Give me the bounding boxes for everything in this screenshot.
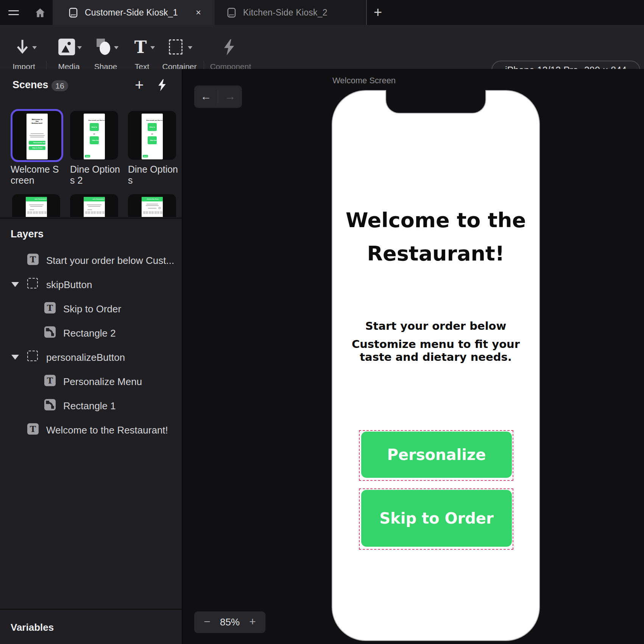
nav-divider — [218, 90, 218, 103]
scene-card-welcome-screen[interactable]: Welcome to the Restaurant! Personalize M… — [11, 109, 63, 162]
add-scene-button[interactable]: + — [131, 77, 147, 93]
scenes-panel-title: Scenes — [12, 79, 48, 91]
variables-panel[interactable]: Variables — [0, 609, 182, 644]
device-icon — [227, 8, 236, 18]
scene-thumbnail: Welcome to the Restaurant! Personalize M… — [27, 114, 48, 159]
component-tool-button[interactable]: Component — [208, 25, 253, 69]
media-icon — [58, 39, 76, 57]
top-tab-bar: Customer-Side Kiosk_1 × Kitchen-Side Kio… — [0, 0, 644, 25]
menu-icon[interactable] — [8, 10, 19, 16]
text-layer-icon — [27, 423, 39, 435]
left-sidebar: Scenes 16 + Welcome to the Restaurant! P… — [0, 69, 182, 644]
text-layer-icon — [44, 375, 56, 386]
toolbar: Import Media Shape T Text Container — [0, 25, 644, 69]
chevron-down-icon — [114, 46, 119, 49]
phone-notch — [385, 90, 486, 114]
chevron-down-icon — [32, 46, 37, 49]
scenes-panel: Scenes 16 + Welcome to the Restaurant! P… — [0, 69, 182, 217]
welcome-heading[interactable]: Welcome to the Restaurant! — [344, 204, 528, 270]
tab-divider — [366, 0, 367, 25]
scene-name-label: Welcome Screen — [11, 164, 63, 186]
container-icon — [169, 39, 187, 57]
chevron-down-icon — [150, 46, 155, 49]
chevron-down-icon — [188, 46, 192, 49]
import-tool-button[interactable]: Import — [5, 25, 43, 69]
back-arrow-button[interactable]: ← — [194, 86, 218, 108]
close-icon[interactable]: × — [196, 8, 201, 17]
layer-row-text[interactable]: Start your order below Cust... — [0, 248, 182, 273]
tab-label: Customer-Side Kiosk_1 — [85, 8, 178, 18]
container-layer-icon — [27, 351, 38, 361]
scene-count-badge: 16 — [51, 80, 68, 91]
media-tool-button[interactable]: Media — [50, 25, 88, 69]
variables-panel-title: Variables — [11, 622, 54, 633]
layers-panel: Layers Start your order below Cust... sk… — [0, 218, 182, 609]
layers-panel-title: Layers — [11, 228, 44, 240]
component-bolt-icon — [220, 39, 238, 57]
zoom-in-button[interactable]: + — [245, 611, 260, 633]
shape-icon — [95, 39, 113, 57]
layer-row-rectangle[interactable]: Rectangle 1 — [0, 394, 182, 418]
scene-card[interactable]: Let's Personalize Your Menu! — [70, 194, 118, 217]
skip-to-order-button[interactable]: Skip to Order — [361, 490, 512, 547]
shape-tool-button[interactable]: Shape — [87, 25, 125, 69]
scene-card[interactable]: Browse the Menu — [128, 194, 176, 217]
scene-thumbnail: Let's Personalize Your Menu! — [26, 197, 47, 217]
forward-arrow-button[interactable]: → — [218, 86, 242, 108]
layer-row-container[interactable]: skipButton — [0, 273, 182, 297]
scene-thumbnail: How would you like to eat? Dine In or Ta… — [142, 114, 163, 159]
layer-row-rectangle[interactable]: Rectangle 2 — [0, 321, 182, 345]
layer-row-text[interactable]: Skip to Order — [0, 297, 182, 321]
layer-row-container[interactable]: personalizeButton — [0, 345, 182, 370]
tab-customer-side-kiosk[interactable]: Customer-Side Kiosk_1 × — [53, 0, 215, 25]
container-layer-icon — [27, 278, 38, 288]
chevron-down-icon — [77, 46, 82, 49]
layer-row-text[interactable]: Welcome to the Restaurant! — [0, 418, 182, 442]
scene-thumbnail: Let's Personalize Your Menu! — [84, 197, 105, 217]
layer-row-text[interactable]: Personalize Menu — [0, 370, 182, 394]
rectangle-layer-icon — [44, 326, 56, 338]
device-icon — [69, 8, 78, 18]
canvas-scene-label: Welcome Screen — [332, 76, 396, 86]
rectangle-layer-icon — [44, 399, 56, 410]
scene-card[interactable]: Let's Personalize Your Menu! — [12, 194, 60, 217]
canvas[interactable]: ← → Welcome Screen Welcome to the Restau… — [182, 69, 644, 644]
subtitle-text[interactable]: Start your order below — [332, 320, 539, 332]
zoom-control: − 85% + — [194, 611, 265, 633]
scene-card-dine-options[interactable]: How would you like to eat? Dine In or Ta… — [128, 111, 176, 160]
text-tool-button[interactable]: T Text — [123, 25, 161, 69]
tab-label: Kitchen-Side Kiosk_2 — [243, 8, 327, 18]
text-icon: T — [131, 39, 150, 57]
collapse-chevron-icon[interactable] — [11, 355, 19, 360]
container-tool-button[interactable]: Container — [157, 25, 202, 69]
text-layer-icon — [27, 254, 39, 265]
scene-name-label: Dine Options 2 — [70, 164, 122, 186]
scene-thumbnail: How would you like to eat? Dine In or Ta… — [84, 114, 105, 159]
tab-kitchen-side-kiosk[interactable]: Kitchen-Side Kiosk_2 — [215, 0, 366, 25]
personalize-menu-button[interactable]: Personalize Menu — [361, 432, 512, 478]
history-nav: ← → — [194, 86, 242, 108]
phone-mockup[interactable]: Welcome to the Restaurant! Start your or… — [332, 90, 540, 641]
scene-thumbnail: Browse the Menu — [142, 197, 163, 217]
new-tab-button[interactable]: + — [370, 4, 386, 21]
scene-name-label: Dine Options — [128, 164, 180, 186]
collapse-chevron-icon[interactable] — [11, 282, 19, 287]
text-layer-icon — [44, 302, 56, 313]
import-icon — [13, 39, 31, 57]
home-icon[interactable] — [34, 7, 46, 19]
scene-bolt-icon[interactable] — [156, 79, 168, 92]
description-text[interactable]: Customize menu to fit your taste and die… — [345, 338, 527, 363]
scene-card-dine-options-2[interactable]: How would you like to eat? Dine In or Ta… — [70, 111, 118, 160]
